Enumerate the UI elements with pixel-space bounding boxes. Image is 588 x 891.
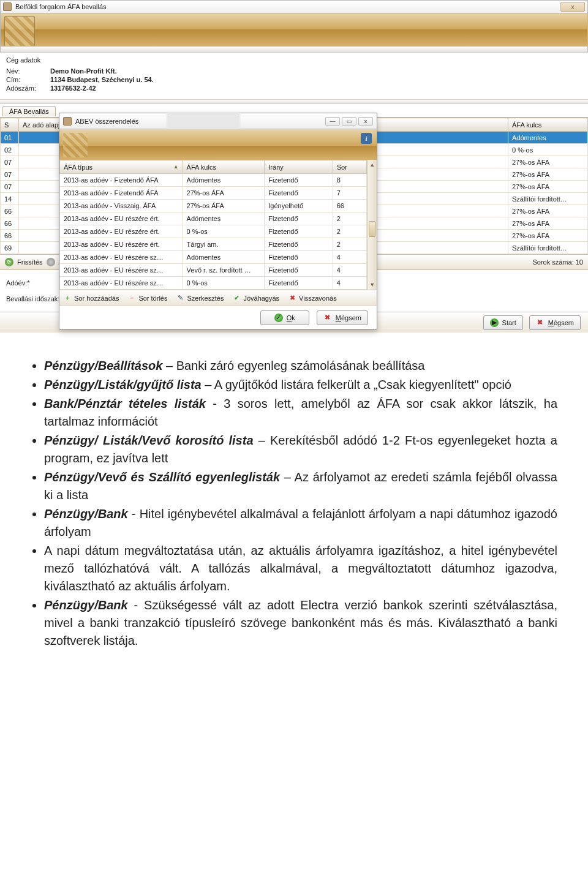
doc-li-3: Bank/Pénztár tételes listák - 3 soros le… xyxy=(44,395,557,430)
table-row[interactable]: 2013-as adóév - EU részére sz…AdómentesF… xyxy=(60,251,367,264)
play-icon: ▶ xyxy=(490,318,499,327)
document-section: Pénzügy/Beállítások – Banki záró egyenle… xyxy=(0,333,588,669)
toolbar-del[interactable]: －Sor törlés xyxy=(127,294,167,303)
dialog-icon xyxy=(63,117,72,126)
refresh-icon[interactable]: ⟳ xyxy=(5,258,13,266)
window-close-button[interactable]: x xyxy=(560,2,585,12)
dialog-min-button[interactable]: — xyxy=(325,117,340,126)
company-tax-label: Adószám: xyxy=(6,85,50,92)
dialog-scrollbar[interactable]: ▲ ▼ xyxy=(367,160,377,290)
dcol-tipus[interactable]: ÁFA típus▲ xyxy=(60,160,183,174)
revert-icon: ✖ xyxy=(288,294,296,303)
table-row[interactable]: 2013-as adóév - EU részére ért.0 %-osFiz… xyxy=(60,225,367,238)
app-icon xyxy=(3,2,12,11)
doc-li-4: Pénzügy/ Listák/Vevő korosító lista – Ke… xyxy=(44,432,557,467)
doc-li-1: Pénzügy/Beállítások – Banki záró egyenle… xyxy=(44,357,557,375)
company-name-value: Demo Non-Profit Kft. xyxy=(50,67,117,75)
dialog-grid[interactable]: ÁFA típus▲ ÁFA kulcs Irány Sor 2013-as a… xyxy=(59,160,367,290)
delete-icon: － xyxy=(127,294,136,303)
main-cancel-button[interactable]: ✖Mégsem xyxy=(529,315,581,330)
abev-dialog: ABEV összerendelés — ▭ x i ÁFA típus▲ ÁF… xyxy=(59,113,377,329)
dcol-kulcs[interactable]: ÁFA kulcs xyxy=(183,160,265,174)
doc-li-7: A napi dátum megváltoztatása után, az ak… xyxy=(44,542,557,595)
table-row[interactable]: 2013-as adóév - EU részére sz…0 %-osFize… xyxy=(60,277,367,290)
col-s[interactable]: S xyxy=(1,118,19,132)
scroll-down-icon[interactable]: ▼ xyxy=(368,280,377,290)
edit-icon: ✎ xyxy=(176,294,184,303)
x-icon: ✖ xyxy=(323,314,332,322)
dialog-toolbar: ＋Sor hozzáadás －Sor törlés ✎Szerkesztés … xyxy=(59,290,377,306)
toolbar-revert[interactable]: ✖Visszavonás xyxy=(288,294,337,303)
dialog-max-button[interactable]: ▭ xyxy=(342,117,356,126)
check-icon: ✓ xyxy=(274,314,283,322)
company-addr-value: 1134 Budapest, Széchenyi u. 54. xyxy=(50,76,154,83)
main-grid-wrap: S Az adó alapja Az adó összege ÁFA típus… xyxy=(0,118,588,254)
ribbon-band xyxy=(0,13,588,47)
company-name-label: Név: xyxy=(6,67,50,75)
dialog-close-button[interactable]: x xyxy=(358,117,373,126)
status-rowcount: Sorok száma: 10 xyxy=(532,258,583,266)
doc-li-5: Pénzügy/Vevő és Szállító egyenleglisták … xyxy=(44,468,557,504)
toolbar-add[interactable]: ＋Sor hozzáadás xyxy=(63,294,119,303)
company-addr-label: Cím: xyxy=(6,76,50,83)
start-button[interactable]: ▶Start xyxy=(483,315,523,330)
toolbar-approve[interactable]: ✔Jóváhagyás xyxy=(232,294,279,303)
approve-icon: ✔ xyxy=(232,294,241,303)
table-row[interactable]: 2013-as adóév - Visszaig. ÁFA27%-os ÁFAI… xyxy=(60,200,367,212)
table-row[interactable]: 2013-as adóév - EU részére ért.Adómentes… xyxy=(60,212,367,225)
company-tax-value: 13176532-2-42 xyxy=(50,85,96,92)
table-row[interactable]: 2013-as adóév - EU részére ért.Tárgyi am… xyxy=(60,238,367,251)
dialog-ok-button[interactable]: ✓Ok xyxy=(260,310,309,325)
table-row[interactable]: 2013-as adóév - Fizetendő ÁFA27%-os ÁFAF… xyxy=(60,187,367,200)
status-refresh[interactable]: Frissítés xyxy=(17,258,43,266)
window-titlebar: Belföldi forgalom ÁFA bevallás x xyxy=(0,0,588,13)
doc-li-2: Pénzügy/Listák/gyűjtő lista – A gyűjtőkó… xyxy=(44,376,557,394)
gear-icon[interactable] xyxy=(47,258,55,266)
x-icon: ✖ xyxy=(536,318,545,327)
doc-li-8: Pénzügy/Bank - Szükségessé vált az adott… xyxy=(44,596,557,650)
company-heading: Cég adatok xyxy=(6,56,582,64)
dcol-irany[interactable]: Irány xyxy=(265,160,333,174)
dialog-subtitle-blur xyxy=(167,113,240,130)
window-title: Belföldi forgalom ÁFA bevallás xyxy=(15,3,107,10)
doc-li-6: Pénzügy/Bank - Hitel igénybevétel alkalm… xyxy=(44,505,557,541)
tab-afa-bevallas[interactable]: ÁFA Bevallás xyxy=(2,106,56,116)
dialog-header-band: i xyxy=(59,129,377,160)
dialog-titlebar[interactable]: ABEV összerendelés — ▭ x xyxy=(59,113,377,129)
scroll-thumb[interactable] xyxy=(369,221,375,237)
info-icon[interactable]: i xyxy=(361,133,372,144)
company-panel: Cég adatok Név:Demo Non-Profit Kft. Cím:… xyxy=(0,53,588,99)
sort-asc-icon: ▲ xyxy=(173,164,179,170)
add-icon: ＋ xyxy=(63,294,72,303)
scroll-up-icon[interactable]: ▲ xyxy=(368,160,377,170)
toolbar-edit[interactable]: ✎Szerkesztés xyxy=(176,294,224,303)
table-row[interactable]: 2013-as adóév - EU részére sz…Vevő r. sz… xyxy=(60,264,367,277)
col-kulcs[interactable]: ÁFA kulcs xyxy=(508,118,588,132)
dcol-sor[interactable]: Sor xyxy=(333,160,367,174)
dialog-cancel-button[interactable]: ✖Mégsem xyxy=(317,310,368,325)
table-row[interactable]: 2013-as adóév - Fizetendő ÁFAAdómentesFi… xyxy=(60,174,367,187)
dialog-title: ABEV összerendelés xyxy=(75,118,138,125)
